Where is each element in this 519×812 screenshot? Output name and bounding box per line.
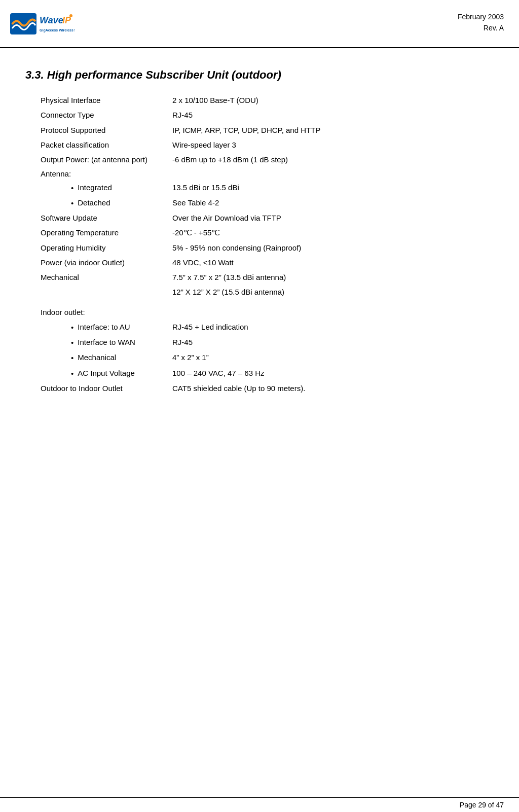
table-row: Operating Temperature -20℃ - +55℃ [25, 225, 494, 240]
bullet-item: • Interface to WAN [41, 336, 167, 348]
bullet-icon: • [71, 182, 73, 194]
bullet-text: Interface: to AU [78, 321, 130, 333]
svg-rect-0 [10, 13, 36, 34]
spec-label: • Interface to WAN [25, 335, 167, 350]
spec-value: 48 VDC, <10 Watt [167, 255, 494, 270]
table-row: Indoor outlet: [25, 306, 494, 320]
spec-value: 4” x 2” x 1” [167, 350, 494, 365]
page-header: Wave IP GigAccess Wireless Solutions Feb… [0, 0, 519, 48]
spec-value: RJ-45 [167, 108, 494, 122]
bullet-text: Integrated [78, 182, 112, 193]
spec-value: Wire-speed layer 3 [167, 137, 494, 152]
spec-label: Outdoor to Indoor Outlet [25, 381, 167, 396]
spec-value: -6 dBm up to +18 dBm (1 dB step) [167, 152, 494, 167]
header-date: February 2003 [458, 11, 504, 22]
spec-value: 12” X 12” X 2” (15.5 dBi antenna) [167, 285, 494, 299]
spec-label: Physical Interface [25, 93, 167, 108]
table-row: Packet classification Wire-speed layer 3 [25, 137, 494, 152]
table-row: Operating Humidity 5% - 95% non condensi… [25, 240, 494, 255]
spec-value: 2 x 10/100 Base-T (ODU) [167, 93, 494, 108]
svg-text:Wave: Wave [40, 15, 63, 25]
svg-text:GigAccess Wireless Solutions: GigAccess Wireless Solutions [40, 28, 75, 32]
bullet-item: • Mechanical [41, 351, 167, 364]
table-row: Outdoor to Indoor Outlet CAT5 shielded c… [25, 381, 494, 396]
spec-label: Operating Temperature [25, 225, 167, 240]
spec-value: Over the Air Download via TFTP [167, 210, 494, 225]
bullet-text: Mechanical [78, 351, 116, 363]
table-row: Power (via indoor Outlet) 48 VDC, <10 Wa… [25, 255, 494, 270]
bullet-text: Detached [78, 197, 110, 208]
spec-value: RJ-45 + Led indication [167, 320, 494, 335]
spec-value: 13.5 dBi or 15.5 dBi [167, 180, 494, 195]
spec-label: Connector Type [25, 108, 167, 122]
header-rev: Rev. A [458, 22, 504, 33]
spec-value: RJ-45 [167, 335, 494, 350]
table-row: • AC Input Voltage 100 – 240 VAC, 47 – 6… [25, 366, 494, 381]
bullet-icon: • [71, 352, 73, 364]
spec-value: 5% - 95% non condensing (Rainproof) [167, 240, 494, 255]
spec-label: • Integrated [25, 180, 167, 195]
bullet-icon: • [71, 337, 73, 348]
spec-label: Operating Humidity [25, 240, 167, 255]
bullet-text: AC Input Voltage [78, 367, 135, 379]
spec-label: Packet classification [25, 137, 167, 152]
spec-label: • Mechanical [25, 350, 167, 365]
table-row: Antenna: [25, 167, 494, 180]
indoor-outlet-label: Indoor outlet: [25, 306, 167, 320]
section-title: 3.3. High performance Subscriber Unit (o… [25, 68, 494, 82]
page-number: Page 29 of 47 [460, 801, 504, 809]
svg-point-4 [69, 14, 72, 17]
spec-value: -20℃ - +55℃ [167, 225, 494, 240]
spec-value: 100 – 240 VAC, 47 – 63 Hz [167, 366, 494, 381]
page-footer: Page 29 of 47 [0, 797, 519, 812]
spec-label: Power (via indoor Outlet) [25, 255, 167, 270]
spec-label: • Detached [25, 195, 167, 210]
bullet-item: • Integrated [41, 182, 167, 194]
spec-label: • AC Input Voltage [25, 366, 167, 381]
spec-value: CAT5 shielded cable (Up to 90 meters). [167, 381, 494, 396]
table-row: Output Power: (at antenna port) -6 dBm u… [25, 152, 494, 167]
header-info: February 2003 Rev. A [458, 9, 504, 34]
table-row: • Detached See Table 4-2 [25, 195, 494, 210]
spec-value [167, 167, 494, 180]
bullet-icon: • [71, 197, 73, 209]
main-content: 3.3. High performance Subscriber Unit (o… [0, 48, 519, 426]
waveip-logo: Wave IP GigAccess Wireless Solutions [9, 9, 75, 42]
spec-value: IP, ICMP, ARP, TCP, UDP, DHCP, and HTTP [167, 123, 494, 137]
table-row: Protocol Supported IP, ICMP, ARP, TCP, U… [25, 123, 494, 137]
table-row: • Interface: to AU RJ-45 + Led indicatio… [25, 320, 494, 335]
spec-label: Mechanical [25, 270, 167, 285]
logo-area: Wave IP GigAccess Wireless Solutions [9, 9, 75, 42]
spec-table: Physical Interface 2 x 10/100 Base-T (OD… [25, 93, 494, 396]
bullet-icon: • [71, 322, 73, 333]
spec-value: See Table 4-2 [167, 195, 494, 210]
spec-label: • Interface: to AU [25, 320, 167, 335]
spec-value [167, 306, 494, 320]
spec-label: Software Update [25, 210, 167, 225]
spec-label: Protocol Supported [25, 123, 167, 137]
table-row: • Interface to WAN RJ-45 [25, 335, 494, 350]
bullet-item: • Interface: to AU [41, 321, 167, 333]
table-row: • Mechanical 4” x 2” x 1” [25, 350, 494, 365]
bullet-item: • Detached [41, 197, 167, 209]
spec-label [25, 285, 167, 299]
spec-label: Antenna: [25, 167, 167, 180]
table-row: 12” X 12” X 2” (15.5 dBi antenna) [25, 285, 494, 299]
spec-label: Output Power: (at antenna port) [25, 152, 167, 167]
table-row: Connector Type RJ-45 [25, 108, 494, 122]
bullet-text: Interface to WAN [78, 336, 135, 348]
bullet-icon: • [71, 368, 73, 379]
table-row: Mechanical 7.5” x 7.5” x 2” (13.5 dBi an… [25, 270, 494, 285]
bullet-item: • AC Input Voltage [41, 367, 167, 379]
table-row: Software Update Over the Air Download vi… [25, 210, 494, 225]
table-row-spacer [25, 300, 494, 306]
table-row: • Integrated 13.5 dBi or 15.5 dBi [25, 180, 494, 195]
table-row: Physical Interface 2 x 10/100 Base-T (OD… [25, 93, 494, 108]
spec-value: 7.5” x 7.5” x 2” (13.5 dBi antenna) [167, 270, 494, 285]
